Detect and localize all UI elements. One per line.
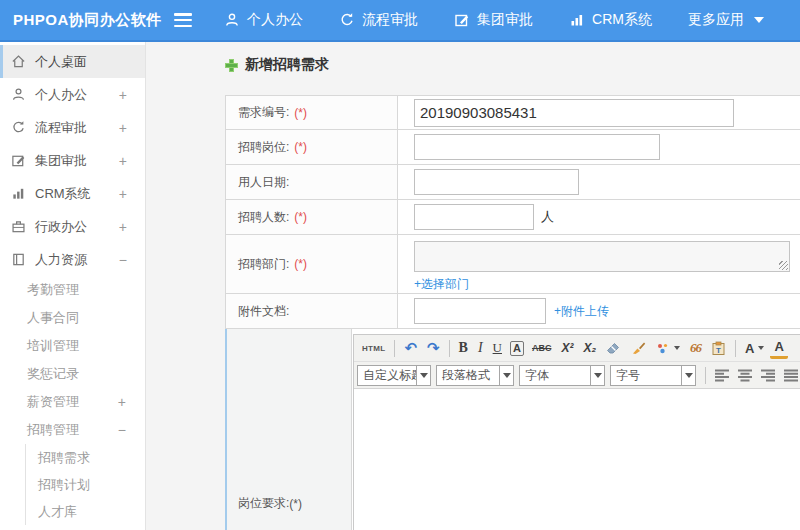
recruit-dept-textarea[interactable] [414, 241, 790, 272]
sidebar-item-recruit-demand[interactable]: 招聘需求 [26, 444, 145, 471]
sidebar-item-personal-office[interactable]: 个人办公 + [0, 78, 145, 111]
sidebar-item-label: 薪资管理 [27, 393, 79, 411]
sidebar-item-talent-pool[interactable]: 人才库 [26, 498, 145, 525]
field-label: 招聘人数: [238, 209, 289, 226]
caret-down-icon[interactable] [500, 365, 514, 386]
select-dept-link[interactable]: +选择部门 [414, 276, 469, 293]
editor-content-area[interactable] [354, 389, 800, 530]
sidebar-item-label: 个人办公 [35, 86, 87, 104]
sidebar-item-crm-system[interactable]: CRM系统 + [0, 177, 145, 210]
field-label: 附件文档: [238, 303, 289, 320]
sidebar-item-label: 人事合同 [27, 309, 79, 327]
bold-button[interactable]: B [455, 338, 472, 359]
nav-workflow-approval[interactable]: 流程审批 [339, 11, 418, 29]
field-label: 需求编号: [238, 104, 289, 121]
expand-plus-icon[interactable]: + [118, 394, 126, 410]
font-family-select[interactable]: 字体 [519, 365, 605, 386]
editor-toolbar-row1: HTML ↶ ↷ B I U A ABC X² X₂ [354, 335, 800, 362]
field-position-requirements: 岗位要求: (*) HTML ↶ ↷ B I U A ABC [225, 329, 800, 530]
sidebar-item-salary-mgmt[interactable]: 薪资管理 + [0, 388, 145, 416]
nav-crm-system[interactable]: CRM系统 [569, 11, 652, 29]
sidebar-item-human-resources[interactable]: 人力资源 − [0, 243, 145, 276]
undo-button[interactable]: ↶ [400, 338, 421, 359]
required-mark: (*) [294, 106, 307, 120]
resize-grip-icon[interactable] [779, 261, 788, 270]
sidebar-item-label: 行政办公 [35, 218, 87, 236]
expand-plus-icon[interactable]: + [119, 186, 127, 202]
sidebar-item-label: 培训管理 [27, 337, 79, 355]
align-right-icon[interactable] [757, 365, 778, 386]
recruit-position-input[interactable] [414, 134, 660, 160]
align-justify-icon[interactable] [780, 365, 800, 386]
caret-down-icon[interactable] [591, 365, 605, 386]
caret-down-icon[interactable] [682, 365, 696, 386]
font-style-button[interactable]: A [510, 341, 524, 356]
collapse-minus-icon[interactable]: − [118, 422, 126, 438]
sidebar-item-attendance-mgmt[interactable]: 考勤管理 [0, 276, 145, 304]
hire-date-input[interactable] [414, 169, 579, 195]
nav-more-apps[interactable]: 更多应用 [688, 11, 764, 29]
redo-button[interactable]: ↷ [423, 338, 444, 359]
expand-plus-icon[interactable]: + [119, 120, 127, 136]
strikethrough-button[interactable]: ABC [528, 338, 556, 359]
sidebar-item-personal-desktop[interactable]: 个人桌面 [0, 45, 145, 78]
expand-plus-icon[interactable]: + [119, 219, 127, 235]
sidebar-item-label: 人力资源 [35, 251, 87, 269]
field-label: 用人日期: [238, 174, 289, 191]
sidebar-item-workflow-approval[interactable]: 流程审批 + [0, 111, 145, 144]
hamburger-menu-icon[interactable] [174, 13, 192, 27]
sidebar-item-training-mgmt[interactable]: 培训管理 [0, 332, 145, 360]
paragraph-format-select[interactable]: 段落格式 [436, 365, 514, 386]
format-brush-button[interactable] [627, 338, 650, 359]
required-mark: (*) [294, 257, 307, 271]
sidebar-item-recruit-mgmt[interactable]: 招聘管理 − [0, 416, 145, 444]
sidebar-item-admin-office[interactable]: 行政办公 + [0, 210, 145, 243]
demand-no-input[interactable] [414, 99, 734, 127]
caret-down-icon[interactable] [417, 365, 431, 386]
user-icon [10, 87, 26, 102]
custom-title-select[interactable]: 自定义标题 [357, 365, 431, 386]
briefcase-icon [10, 219, 26, 234]
collapse-minus-icon[interactable]: − [119, 252, 127, 268]
expand-plus-icon[interactable]: + [119, 87, 127, 103]
align-left-icon[interactable] [711, 365, 732, 386]
attachment-input[interactable] [414, 298, 546, 324]
html-source-button[interactable]: HTML [358, 338, 389, 359]
editor-toolbar-row2: 自定义标题 段落格式 字体 字号 [354, 362, 800, 389]
font-size-select[interactable]: 字号 [610, 365, 696, 386]
user-icon [224, 12, 240, 28]
align-center-icon[interactable] [734, 365, 755, 386]
sidebar-item-reward-punishment[interactable]: 奖惩记录 [0, 360, 145, 388]
recruit-demand-form: 需求编号: (*) 招聘岗位: (*) 用人日期: [225, 95, 800, 530]
sidebar-item-label: 招聘管理 [27, 421, 79, 439]
sidebar-item-label: 个人桌面 [35, 53, 87, 71]
font-color-letter: A [745, 341, 754, 356]
field-hire-date: 用人日期: [225, 165, 800, 200]
toolbar-separator [449, 340, 450, 357]
color-spray-button[interactable] [652, 338, 684, 359]
paste-button[interactable]: T [707, 338, 730, 359]
underline-button[interactable]: U [489, 338, 506, 359]
font-color-button[interactable]: A [741, 338, 768, 359]
edit-square-icon [454, 12, 470, 28]
attachment-upload-link[interactable]: +附件上传 [554, 303, 609, 320]
highlight-color-button[interactable]: A [770, 338, 787, 359]
blockquote-button[interactable]: 66 [686, 338, 705, 359]
subscript-button[interactable]: X₂ [579, 338, 600, 359]
select-value: 段落格式 [436, 365, 500, 386]
sidebar-item-label: 奖惩记录 [27, 365, 79, 383]
recruit-count-input[interactable] [414, 204, 534, 230]
italic-button[interactable]: I [474, 338, 487, 359]
sidebar-item-recruit-plan[interactable]: 招聘计划 [26, 471, 145, 498]
nav-group-approval[interactable]: 集团审批 [454, 11, 533, 29]
superscript-button[interactable]: X² [557, 338, 577, 359]
expand-plus-icon[interactable]: + [119, 153, 127, 169]
sidebar-item-hr-contract[interactable]: 人事合同 [0, 304, 145, 332]
field-recruit-position: 招聘岗位: (*) [225, 130, 800, 165]
toolbar-separator [735, 340, 736, 357]
nav-personal-office[interactable]: 个人办公 [224, 11, 303, 29]
page-title-text: 新增招聘需求 [245, 56, 329, 74]
page-title: 新增招聘需求 [225, 56, 800, 74]
sidebar-item-group-approval[interactable]: 集团审批 + [0, 144, 145, 177]
eraser-button[interactable] [602, 338, 625, 359]
